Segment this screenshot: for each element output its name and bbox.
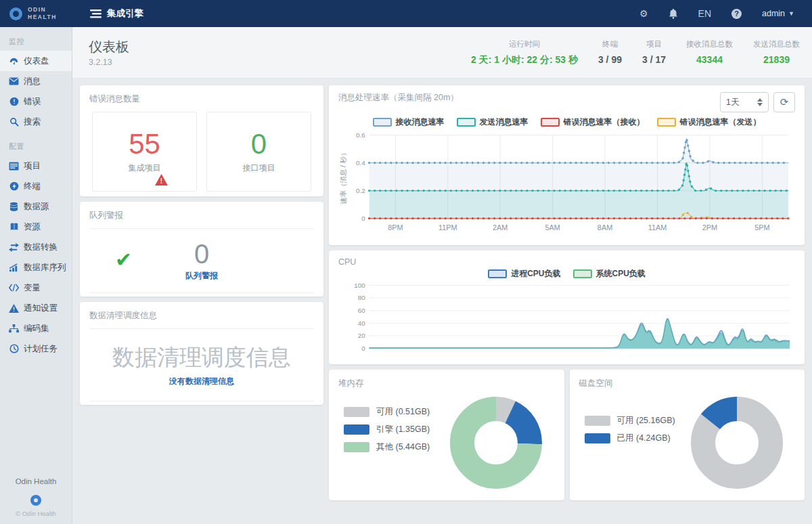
notifications-bell-icon[interactable]	[669, 8, 678, 19]
interface-error-label: 接口项目	[243, 162, 275, 174]
interval-select[interactable]: 1天	[720, 92, 769, 112]
sidebar-item-resources[interactable]: 资源	[0, 217, 72, 237]
sidebar-item-label: 编码集	[24, 323, 49, 334]
envelope-icon	[9, 77, 19, 87]
legend-label: 进程CPU负载	[511, 268, 560, 280]
donut-legend-item[interactable]: 可用 (25.16GB)	[585, 415, 679, 427]
interface-errors-box[interactable]: 0 接口项目	[206, 112, 311, 192]
donut-legend-label: 可用 (25.16GB)	[617, 415, 675, 427]
sidebar-item-projects[interactable]: 项目	[0, 156, 72, 176]
sidebar-item-error[interactable]: 错误	[0, 91, 72, 112]
heap-memory-title: 堆内存	[338, 378, 555, 389]
donut-legend-item[interactable]: 其他 (5.44GB)	[344, 441, 438, 453]
transform-icon	[9, 242, 19, 253]
codeset-icon	[9, 324, 19, 334]
queue-card-title: 队列警报	[89, 210, 314, 221]
legend-label: 接收消息速率	[396, 116, 445, 128]
brand-text: ODINHEALTH	[28, 6, 57, 20]
legend-swatch-icon	[657, 118, 676, 127]
help-icon[interactable]: ?	[731, 9, 742, 19]
settings-gear-icon[interactable]: ⚙	[639, 8, 648, 19]
cleanup-watermark-text: 数据清理调度信息	[112, 343, 291, 373]
donut-legend-item[interactable]: 已用 (4.24GB)	[585, 433, 679, 444]
refresh-button[interactable]: ⟳	[773, 92, 795, 112]
legend-item[interactable]: 进程CPU负载	[488, 268, 560, 280]
cpu-chart: 020406080100	[338, 281, 795, 355]
sidebar-item-terminal[interactable]: 终端	[0, 176, 72, 196]
svg-text:40: 40	[358, 320, 366, 327]
stat-value: 3 / 99	[598, 54, 622, 65]
topbar: ODINHEALTH 集成引擎 ⚙ EN ? admin ▼	[0, 0, 812, 27]
donut-legend-item[interactable]: 引擎 (1.35GB)	[344, 424, 438, 435]
sidebar-item-gauge[interactable]: 仪表盘	[0, 51, 72, 71]
legend-item[interactable]: 错误消息速率（接收）	[541, 116, 645, 128]
page-title: 仪表板	[89, 38, 129, 56]
legend-item[interactable]: 接收消息速率	[373, 116, 445, 128]
sidebar-item-label: 错误	[24, 96, 41, 108]
queue-alert-count: 0	[194, 240, 209, 267]
stat-value: 43344	[686, 54, 733, 65]
donut-legend-item[interactable]: 可用 (0.51GB)	[344, 406, 438, 418]
app-nav-integration-engine[interactable]: 集成引擎	[90, 7, 143, 20]
integration-errors-box[interactable]: 55 集成项目 !	[92, 112, 197, 192]
error-icon	[9, 97, 19, 107]
disk-space-title: 磁盘空间	[579, 378, 796, 389]
svg-text:2PM: 2PM	[702, 223, 717, 232]
select-stepper-icon	[757, 98, 763, 106]
sequence-icon	[9, 263, 19, 273]
sidebar-item-database[interactable]: 数据源	[0, 196, 72, 217]
legend-item[interactable]: 发送消息速率	[457, 116, 528, 128]
cpu-card-title: CPU	[338, 257, 795, 267]
sidebar-item-label: 数据转换	[24, 242, 58, 253]
message-rate-card: 消息处理速率（采集间隔 20m） 1天 ⟳ 接收消息速率发送消息速率错误消息速率…	[329, 85, 805, 245]
legend-swatch-icon	[373, 118, 392, 127]
legend-label: 发送消息速率	[480, 116, 528, 128]
language-selector[interactable]: EN	[698, 8, 711, 19]
donut-legend-swatch-icon	[585, 416, 610, 426]
interface-error-count: 0	[251, 129, 267, 159]
footer-copyright: © Odin Health	[0, 510, 72, 517]
sidebar-item-label: 计划任务	[24, 343, 58, 355]
sidebar-item-label: 变量	[24, 282, 41, 294]
sidebar-item-label: 数据源	[24, 201, 49, 213]
donut-legend-swatch-icon	[585, 433, 610, 443]
sidebar-item-variable[interactable]: 变量	[0, 278, 72, 298]
svg-text:8PM: 8PM	[388, 223, 403, 232]
svg-text:8AM: 8AM	[597, 223, 612, 232]
legend-swatch-icon	[573, 269, 592, 278]
queue-alert-link[interactable]: 队列警报	[185, 270, 218, 282]
sidebar-item-transform[interactable]: 数据转换	[0, 237, 72, 257]
svg-text:速率（消息 / 秒）: 速率（消息 / 秒）	[340, 149, 347, 204]
sidebar-item-search[interactable]: 搜索	[0, 112, 72, 132]
sidebar-item-sequence[interactable]: 数据库序列	[0, 257, 72, 278]
svg-text:2AM: 2AM	[493, 223, 508, 232]
stat-label: 项目	[642, 39, 666, 49]
stat-运行时间: 运行时间2 天: 1 小时: 22 分: 53 秒	[471, 39, 578, 66]
heap-memory-card: 堆内存 可用 (0.51GB)引擎 (1.35GB)其他 (5.44GB)	[329, 370, 564, 500]
donut-legend-swatch-icon	[344, 442, 369, 452]
projects-icon	[9, 161, 19, 171]
warning-triangle-icon: !	[155, 174, 168, 185]
svg-text:0: 0	[361, 215, 365, 222]
sidebar-item-envelope[interactable]: 消息	[0, 71, 72, 91]
stat-终端: 终端3 / 99	[598, 39, 622, 66]
queue-alert-card: 队列警报 ✔ 0 队列警报	[80, 202, 323, 297]
stat-value: 2 天: 1 小时: 22 分: 53 秒	[471, 54, 578, 66]
svg-text:20: 20	[358, 332, 366, 339]
sidebar-item-notification[interactable]: 通知设置	[0, 298, 72, 318]
cleanup-info-link[interactable]: 没有数据清理信息	[169, 376, 234, 387]
sidebar-item-schedule[interactable]: 计划任务	[0, 339, 72, 359]
stat-value: 3 / 17	[642, 54, 666, 65]
svg-text:11PM: 11PM	[438, 223, 457, 232]
database-icon	[9, 202, 19, 212]
brand-logo[interactable]: ODINHEALTH	[0, 6, 72, 20]
legend-item[interactable]: 系统CPU负载	[573, 268, 646, 280]
legend-item[interactable]: 错误消息速率（发送）	[657, 116, 761, 128]
sidebar-item-label: 数据库序列	[24, 262, 66, 274]
header-stats: 运行时间2 天: 1 小时: 22 分: 53 秒终端3 / 99项目3 / 1…	[471, 39, 800, 66]
sidebar-footer: Odin Health © Odin Health	[0, 477, 72, 524]
sidebar-item-codeset[interactable]: 编码集	[0, 318, 72, 339]
stat-label: 终端	[598, 39, 622, 49]
sidebar-section-label: 监控	[0, 27, 72, 51]
user-menu[interactable]: admin ▼	[762, 9, 794, 18]
